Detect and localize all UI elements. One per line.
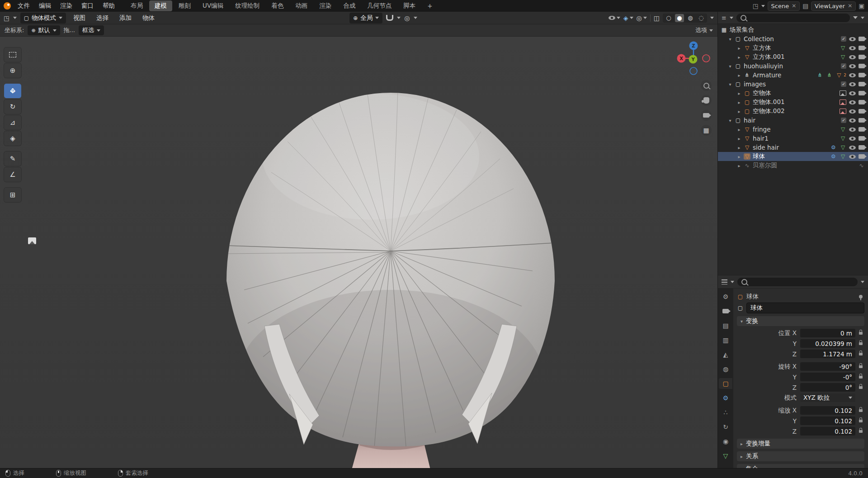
mode-select[interactable]: ▢ 物体模式 [20, 13, 66, 24]
outliner-row-empty-001[interactable]: ▸ ▢ 空物体.001 [718, 98, 868, 107]
section-relations[interactable]: ▸关系 [737, 451, 864, 461]
tab-scripting[interactable]: 脚本 [398, 0, 421, 11]
shading-options-chevron-icon[interactable] [710, 17, 714, 19]
location-y-field[interactable]: 0.020399 m [800, 339, 855, 348]
hide-eye-icon[interactable] [849, 118, 856, 123]
proportional-edit-toggle[interactable]: ◎ [404, 14, 410, 22]
collection-checkbox[interactable]: ✓ [841, 118, 846, 123]
modifier-icon[interactable]: ⚙ [830, 144, 837, 151]
tab-scene[interactable]: ◭ [719, 349, 732, 360]
expand-arrow-icon[interactable]: ▸ [737, 154, 741, 159]
menu-viewport-select[interactable]: 选择 [93, 13, 112, 23]
navigation-gizmo[interactable]: Z X Y [676, 41, 711, 76]
lock-icon[interactable] [859, 365, 863, 368]
hide-eye-icon[interactable] [849, 64, 856, 68]
section-transform-delta[interactable]: ▸变换增量 [737, 439, 864, 449]
xray-toggle[interactable]: ◫ [654, 14, 660, 22]
location-x-field[interactable]: 0 m [800, 329, 855, 337]
expand-arrow-icon[interactable]: ▾ [728, 82, 732, 87]
tab-object[interactable]: ▢ [719, 378, 732, 389]
hide-eye-icon[interactable] [849, 91, 856, 95]
lock-icon[interactable] [859, 342, 863, 345]
tab-world[interactable]: ◍ [719, 364, 732, 374]
render-camera-icon[interactable] [859, 145, 865, 150]
mesh-users-icon[interactable]: ▽ [835, 72, 842, 78]
lock-icon[interactable] [859, 430, 863, 433]
menu-window[interactable]: 窗口 [77, 1, 98, 11]
coord-system-select[interactable]: ⊕ 默认 [28, 25, 60, 35]
properties-filter-chevron-icon[interactable] [861, 281, 864, 283]
outliner-row-sphere-selected[interactable]: ▸ ▽ 球体 ⚙▽ [718, 152, 868, 161]
outliner-display-mode-icon[interactable]: ≡ [722, 14, 726, 21]
outliner-scene-collection[interactable]: ▦ 场景集合 [718, 25, 868, 34]
outliner-row-side-hair[interactable]: ▸ ▽ side hair ⚙▽ [718, 143, 868, 152]
menu-render[interactable]: 渲染 [56, 1, 76, 11]
tab-physics[interactable]: ↻ [719, 421, 732, 432]
tab-view-layer[interactable]: ▥ [719, 335, 732, 345]
section-transform[interactable]: ▾变换 [737, 316, 864, 326]
expand-arrow-icon[interactable]: ▸ [737, 55, 741, 60]
snap-options-chevron-icon[interactable] [397, 17, 401, 19]
rotation-x-field[interactable]: -90° [800, 362, 855, 371]
visibility-dropdown[interactable] [609, 16, 620, 20]
outliner-display-chevron-icon[interactable] [730, 17, 733, 19]
pin-icon[interactable] [859, 295, 863, 298]
outliner-row-empty-002[interactable]: ▸ ▢ 空物体.002 [718, 107, 868, 116]
tab-animation[interactable]: 动画 [290, 0, 313, 11]
image-data-icon[interactable] [840, 99, 846, 105]
menu-help[interactable]: 帮助 [99, 1, 119, 11]
outliner-filter-chevron-icon[interactable] [861, 17, 864, 19]
render-camera-icon[interactable] [859, 91, 865, 95]
outliner-row-bezier-circle[interactable]: ▸ ∿ 贝塞尔圆 ∿ [718, 161, 868, 170]
tab-modeling[interactable]: 建模 [149, 0, 172, 11]
blender-logo-icon[interactable] [4, 2, 11, 9]
tab-tool[interactable]: ⚙ [719, 291, 732, 302]
hide-eye-icon[interactable] [849, 82, 856, 86]
zoom-icon[interactable] [701, 80, 712, 91]
outliner-row-collection[interactable]: ▾ ▢ Collection ✓ [718, 34, 868, 43]
expand-arrow-icon[interactable]: ▸ [737, 127, 741, 132]
menu-viewport-view[interactable]: 视图 [70, 13, 89, 23]
menu-edit[interactable]: 编辑 [35, 1, 55, 11]
scene-browse-chevron-icon[interactable] [761, 5, 765, 7]
tool-move[interactable] [4, 84, 21, 98]
camera-view-icon[interactable] [701, 110, 712, 121]
collection-checkbox[interactable]: ✓ [841, 36, 846, 42]
outliner-row-fringe[interactable]: ▸ ▽ fringe ▽ [718, 125, 868, 134]
render-camera-icon[interactable] [859, 109, 865, 114]
render-camera-icon[interactable] [859, 55, 865, 59]
modifier-icon[interactable]: ⚙ [830, 153, 837, 160]
expand-arrow-icon[interactable]: ▸ [737, 46, 741, 51]
tab-texture-paint[interactable]: 纹理绘制 [230, 0, 265, 11]
overlays-toggle[interactable]: ◎ [637, 14, 647, 22]
scene-browse-icon[interactable]: ◳ [753, 2, 759, 9]
render-camera-icon[interactable] [859, 73, 865, 77]
lock-icon[interactable] [859, 353, 863, 355]
expand-arrow-icon[interactable]: ▸ [737, 136, 741, 141]
render-camera-icon[interactable] [859, 154, 865, 159]
outliner-search-input[interactable] [736, 14, 850, 22]
hide-eye-icon[interactable] [849, 46, 856, 50]
hide-eye-icon[interactable] [849, 146, 856, 150]
add-workspace-button[interactable]: + [422, 1, 438, 11]
transform-orientation-select[interactable]: ⊕ 全局 [349, 13, 382, 24]
pan-hand-icon[interactable] [701, 95, 712, 106]
tab-sculpting[interactable]: 雕刻 [173, 0, 196, 11]
gizmos-toggle[interactable]: ◈ [623, 14, 633, 22]
image-data-icon[interactable] [840, 90, 846, 96]
viewlayer-selector[interactable]: ViewLayer ✕ [811, 1, 856, 11]
tool-add-cube[interactable]: ⊞ [4, 188, 21, 202]
snap-toggle[interactable] [386, 15, 393, 21]
tool-rotate[interactable]: ↻ [4, 99, 21, 114]
outliner-row-huohualiuyin[interactable]: ▾ ▢ huohualiuyin ✓ [718, 62, 868, 71]
render-camera-icon[interactable] [859, 82, 865, 86]
drag-action-select[interactable]: 框选 [79, 25, 104, 35]
editor-layout-icon[interactable]: ▣ [859, 2, 864, 9]
lock-icon[interactable] [859, 409, 863, 412]
mesh-data-icon[interactable]: ▽ [840, 153, 846, 160]
render-camera-icon[interactable] [859, 46, 865, 50]
expand-arrow-icon[interactable]: ▾ [728, 64, 732, 69]
editor-type-icon[interactable]: ◳ [4, 14, 9, 22]
expand-arrow-icon[interactable]: ▸ [737, 145, 741, 150]
render-camera-icon[interactable] [859, 136, 865, 141]
